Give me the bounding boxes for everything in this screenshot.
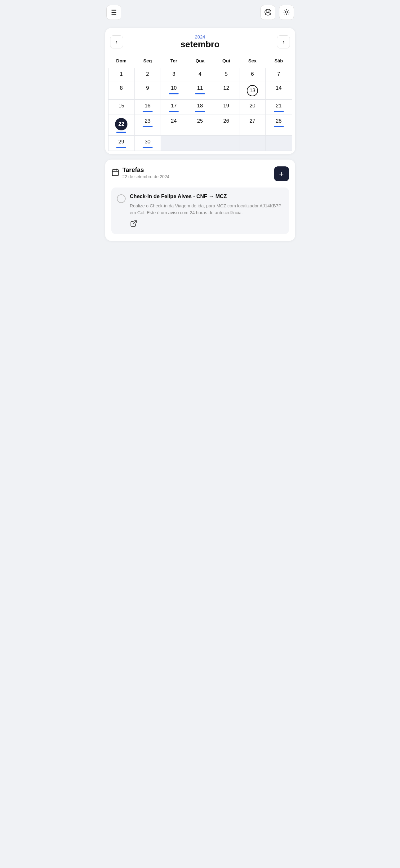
- svg-rect-11: [112, 169, 119, 176]
- tasks-header-left: Tarefas 22 de setembro de 2024: [111, 166, 170, 179]
- calendar-empty-2: [187, 136, 213, 151]
- calendar-day-14[interactable]: 14: [265, 82, 292, 100]
- weekday-sex: Sex: [239, 56, 266, 68]
- task-body: Check-in de Felipe Alves - CNF → MCZ Rea…: [130, 193, 284, 229]
- svg-line-15: [133, 221, 136, 224]
- main-content: ‹ 2024 setembro › Dom Seg Ter Qua Qui Se…: [100, 25, 300, 244]
- chevron-left-icon: ‹: [115, 38, 118, 45]
- tasks-date: 22 de setembro de 2024: [123, 174, 170, 179]
- calendar-week-4: 22 23 24 25 26 27 28: [108, 115, 292, 136]
- calendar-day-7[interactable]: 7: [265, 68, 292, 82]
- calendar-month: setembro: [180, 39, 220, 49]
- svg-line-7: [284, 10, 285, 10]
- calendar-year: 2024: [180, 34, 220, 39]
- calendar-empty-1: [161, 136, 187, 151]
- add-task-button[interactable]: +: [274, 166, 289, 181]
- calendar-day-20[interactable]: 20: [239, 100, 266, 115]
- calendar-day-29[interactable]: 29: [108, 136, 135, 151]
- svg-point-0: [267, 10, 269, 12]
- calendar-day-9[interactable]: 9: [135, 82, 161, 100]
- task-description: Realize o Check-in da Viagem de ida, par…: [130, 203, 284, 216]
- calendar-day-25[interactable]: 25: [187, 115, 213, 136]
- header-actions: [261, 5, 294, 20]
- weekday-sab: Sáb: [265, 56, 292, 68]
- weekday-dom: Dom: [108, 56, 135, 68]
- sun-icon: [283, 9, 290, 17]
- next-month-button[interactable]: ›: [277, 35, 290, 49]
- tasks-header: Tarefas 22 de setembro de 2024 +: [111, 166, 289, 181]
- calendar-empty-4: [239, 136, 266, 151]
- theme-button[interactable]: [279, 5, 294, 20]
- tasks-title-group: Tarefas 22 de setembro de 2024: [123, 166, 170, 179]
- calendar-week-3: 15 16 17 18 19 20 21: [108, 100, 292, 115]
- calendar-day-10[interactable]: 10: [161, 82, 187, 100]
- svg-point-2: [285, 11, 288, 13]
- weekday-ter: Ter: [161, 56, 187, 68]
- plus-icon: +: [279, 170, 284, 178]
- calendar-day-17[interactable]: 17: [161, 100, 187, 115]
- calendar-day-24[interactable]: 24: [161, 115, 187, 136]
- calendar-day-23[interactable]: 23: [135, 115, 161, 136]
- weekday-qua: Qua: [187, 56, 213, 68]
- prev-month-button[interactable]: ‹: [110, 35, 123, 49]
- calendar-header: ‹ 2024 setembro ›: [108, 34, 292, 56]
- calendar-day-16[interactable]: 16: [135, 100, 161, 115]
- tasks-title: Tarefas: [123, 166, 170, 174]
- calendar-day-1[interactable]: 1: [108, 68, 135, 82]
- user-profile-button[interactable]: [261, 5, 275, 20]
- weekday-header-row: Dom Seg Ter Qua Qui Sex Sáb: [108, 56, 292, 68]
- calendar-day-11[interactable]: 11: [187, 82, 213, 100]
- calendar-table: Dom Seg Ter Qua Qui Sex Sáb 1 2 3 4 5 6: [108, 56, 292, 151]
- weekday-seg: Seg: [135, 56, 161, 68]
- task-checkbox[interactable]: [117, 194, 126, 203]
- external-link-icon[interactable]: [130, 221, 137, 229]
- calendar-week-1: 1 2 3 4 5 6 7: [108, 68, 292, 82]
- calendar-day-27[interactable]: 27: [239, 115, 266, 136]
- task-item: Check-in de Felipe Alves - CNF → MCZ Rea…: [111, 187, 289, 234]
- calendar-week-2: 8 9 10 11 12 13 14: [108, 82, 292, 100]
- calendar-day-4[interactable]: 4: [187, 68, 213, 82]
- app-header: ☰: [100, 0, 300, 25]
- tasks-card: Tarefas 22 de setembro de 2024 + Check-i…: [105, 160, 295, 241]
- calendar-day-8[interactable]: 8: [108, 82, 135, 100]
- calendar-day-2[interactable]: 2: [135, 68, 161, 82]
- calendar-icon: [111, 168, 120, 178]
- calendar-title: 2024 setembro: [180, 34, 220, 49]
- calendar-day-28[interactable]: 28: [265, 115, 292, 136]
- calendar-day-19[interactable]: 19: [213, 100, 239, 115]
- calendar-day-13[interactable]: 13: [239, 82, 266, 100]
- calendar-day-30[interactable]: 30: [135, 136, 161, 151]
- calendar-empty-3: [213, 136, 239, 151]
- calendar-day-5[interactable]: 5: [213, 68, 239, 82]
- menu-icon: ☰: [111, 9, 116, 16]
- calendar-week-5: 29 30: [108, 136, 292, 151]
- calendar-day-12[interactable]: 12: [213, 82, 239, 100]
- calendar-day-6[interactable]: 6: [239, 68, 266, 82]
- calendar-day-26[interactable]: 26: [213, 115, 239, 136]
- calendar-day-22[interactable]: 22: [108, 115, 135, 136]
- menu-button[interactable]: ☰: [106, 5, 121, 20]
- user-icon: [264, 8, 272, 17]
- calendar-day-18[interactable]: 18: [187, 100, 213, 115]
- task-title: Check-in de Felipe Alves - CNF → MCZ: [130, 193, 284, 200]
- weekday-qui: Qui: [213, 56, 239, 68]
- calendar-day-21[interactable]: 21: [265, 100, 292, 115]
- chevron-right-icon: ›: [282, 38, 285, 45]
- calendar-day-3[interactable]: 3: [161, 68, 187, 82]
- calendar-empty-5: [265, 136, 292, 151]
- calendar-day-15[interactable]: 15: [108, 100, 135, 115]
- calendar-card: ‹ 2024 setembro › Dom Seg Ter Qua Qui Se…: [105, 28, 295, 154]
